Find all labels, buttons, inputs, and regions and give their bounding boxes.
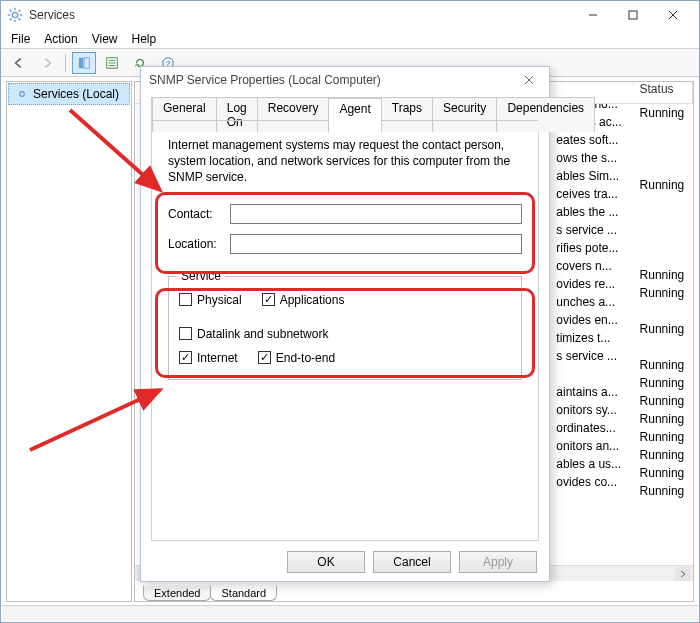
gear-icon [15, 87, 29, 101]
tab-agent[interactable]: Agent [328, 98, 381, 133]
forward-button[interactable] [35, 52, 59, 74]
cancel-button[interactable]: Cancel [373, 551, 451, 573]
dialog-titlebar: SNMP Service Properties (Local Computer) [141, 67, 549, 93]
dialog-buttons: OK Cancel Apply [287, 551, 537, 573]
tab-standard[interactable]: Standard [210, 586, 277, 601]
svg-rect-10 [629, 11, 637, 19]
export-button[interactable] [100, 52, 124, 74]
show-hide-tree-button[interactable] [72, 52, 96, 74]
menu-action[interactable]: Action [44, 32, 77, 46]
service-group: Service Physical Applications Datalink a… [168, 276, 522, 380]
svg-line-7 [10, 18, 12, 20]
contact-label: Contact: [168, 207, 230, 221]
check-datalink-label: Datalink and subnetwork [197, 327, 328, 341]
check-internet[interactable]: Internet [179, 351, 238, 365]
svg-point-18 [20, 92, 25, 97]
svg-rect-13 [79, 57, 83, 68]
agent-tab-panel: Internet management systems may request … [152, 120, 538, 540]
agent-description: Internet management systems may request … [168, 137, 522, 186]
titlebar: Services [1, 1, 699, 29]
menubar: File Action View Help [1, 29, 699, 49]
dialog-close-button[interactable] [517, 70, 541, 90]
tab-extended[interactable]: Extended [143, 586, 211, 601]
service-group-legend: Service [177, 269, 225, 283]
svg-point-0 [12, 12, 17, 17]
statusbar [2, 605, 698, 621]
minimize-button[interactable] [573, 3, 613, 27]
bottom-tabs: Extended Standard [135, 581, 693, 601]
snmp-properties-dialog: SNMP Service Properties (Local Computer)… [140, 66, 550, 582]
check-applications[interactable]: Applications [262, 293, 345, 307]
ok-button[interactable]: OK [287, 551, 365, 573]
contact-input[interactable] [230, 204, 522, 224]
check-datalink[interactable]: Datalink and subnetwork [179, 327, 328, 341]
column-description[interactable]: scription [550, 82, 633, 85]
location-label: Location: [168, 237, 230, 251]
menu-help[interactable]: Help [132, 32, 157, 46]
check-physical[interactable]: Physical [179, 293, 242, 307]
menu-view[interactable]: View [92, 32, 118, 46]
scroll-right-icon[interactable] [675, 567, 691, 581]
svg-line-6 [18, 18, 20, 20]
check-applications-label: Applications [280, 293, 345, 307]
tree-item-label: Services (Local) [33, 87, 119, 101]
apply-button[interactable]: Apply [459, 551, 537, 573]
services-icon [7, 7, 23, 23]
check-endtoend-label: End-to-end [276, 351, 335, 365]
tree-pane: Services (Local) [6, 81, 132, 602]
svg-line-5 [10, 10, 12, 12]
tree-item-services-local[interactable]: Services (Local) [8, 83, 130, 105]
svg-line-8 [18, 10, 20, 12]
check-physical-label: Physical [197, 293, 242, 307]
check-endtoend[interactable]: End-to-end [258, 351, 335, 365]
menu-file[interactable]: File [11, 32, 30, 46]
location-input[interactable] [230, 234, 522, 254]
back-button[interactable] [7, 52, 31, 74]
check-internet-label: Internet [197, 351, 238, 365]
window-title: Services [29, 8, 75, 22]
column-status[interactable]: Status [634, 82, 693, 103]
dialog-title: SNMP Service Properties (Local Computer) [149, 73, 381, 87]
maximize-button[interactable] [613, 3, 653, 27]
svg-rect-14 [84, 57, 89, 68]
close-button[interactable] [653, 3, 693, 27]
